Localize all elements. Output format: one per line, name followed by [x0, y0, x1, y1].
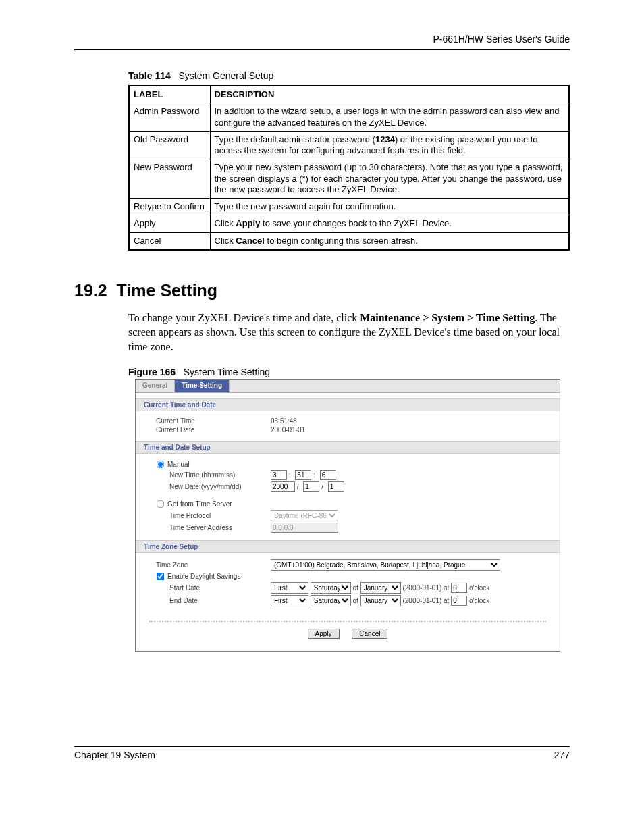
row-label: Retype to Confirm	[129, 199, 210, 215]
footer-page-number: 277	[554, 750, 570, 760]
time-protocol-select[interactable]: Daytime (RFC-867)	[271, 510, 338, 521]
manual-label: Manual	[167, 461, 190, 468]
section-number: 19.2	[74, 281, 107, 300]
page-footer: Chapter 19 System 277	[74, 746, 570, 760]
tz-select[interactable]: (GMT+01:00) Belgrade, Bratislava, Budape…	[271, 559, 500, 571]
current-date-label: Current Date	[136, 426, 271, 434]
row-desc: Type the new password again for confirma…	[210, 199, 569, 215]
start-hour[interactable]	[451, 583, 467, 593]
panel-tz: Time Zone (GMT+01:00) Belgrade, Bratisla…	[136, 553, 560, 614]
new-time-ss[interactable]	[320, 470, 336, 480]
th-label: LABEL	[129, 86, 210, 103]
panel-setup: Manual New Time (hh:mm:ss) : : New Date …	[136, 454, 560, 540]
row-label: Cancel	[129, 232, 210, 250]
table-number: Table 114	[128, 70, 171, 81]
new-time-mm[interactable]	[295, 470, 311, 480]
table-row: Cancel Click Cancel to begin configuring…	[129, 232, 569, 250]
start-ordinal[interactable]: First	[271, 582, 308, 594]
start-date-resolved: (2000-01-01)	[402, 584, 441, 592]
start-date-label: Start Date	[136, 584, 271, 592]
table-row: Apply Click Apply to save your changes b…	[129, 215, 569, 232]
time-server-label: Time Server Address	[136, 524, 271, 531]
footer-rule	[74, 746, 570, 747]
end-date-resolved: (2000-01-01)	[402, 597, 441, 604]
dst-checkbox[interactable]	[157, 572, 165, 580]
row-label: New Password	[129, 159, 210, 199]
table-title: System General Setup	[178, 70, 273, 81]
row-desc: Type your new system password (up to 30 …	[210, 159, 569, 199]
section-body: To change your ZyXEL Device's time and d…	[128, 311, 570, 355]
current-date-value: 2000-01-01	[271, 426, 560, 434]
section-title: Time Setting	[117, 281, 218, 300]
end-date-label: End Date	[136, 597, 271, 604]
table-row: Old Password Type the default administra…	[129, 131, 569, 159]
table-row: New Password Type your new system passwo…	[129, 159, 569, 199]
table-row: Admin Password In addition to the wizard…	[129, 103, 569, 132]
radio-manual[interactable]	[157, 460, 165, 468]
system-general-setup-table: LABEL DESCRIPTION Admin Password In addi…	[128, 85, 570, 251]
end-weekday[interactable]: Saturday	[311, 595, 351, 606]
table-caption: Table 114 System General Setup	[128, 70, 570, 81]
time-setting-screenshot: General Time Setting Current Time and Da…	[135, 379, 560, 652]
apply-button[interactable]: Apply	[308, 629, 340, 639]
tab-time-setting[interactable]: Time Setting	[175, 380, 230, 392]
row-label: Apply	[129, 215, 210, 232]
row-desc: Click Cancel to begin configuring this s…	[210, 232, 569, 250]
section-heading: 19.2 Time Setting	[74, 281, 570, 301]
table-row: Retype to Confirm Type the new password …	[129, 199, 569, 215]
tab-bar: General Time Setting	[136, 380, 560, 393]
button-row: Apply Cancel	[149, 621, 546, 651]
start-weekday[interactable]: Saturday	[311, 582, 351, 594]
row-desc: In addition to the wizard setup, a user …	[210, 103, 569, 132]
band-current: Current Time and Date	[136, 398, 560, 411]
row-desc: Type the default administrator password …	[210, 131, 569, 159]
new-time-label: New Time (hh:mm:ss)	[136, 471, 271, 479]
tab-general[interactable]: General	[136, 380, 175, 392]
end-month[interactable]: January	[360, 595, 401, 606]
new-date-dd[interactable]	[328, 481, 344, 492]
figure-title: System Time Setting	[184, 367, 270, 377]
band-tz: Time Zone Setup	[136, 540, 560, 553]
row-label: Old Password	[129, 131, 210, 159]
new-time-hh[interactable]	[271, 470, 287, 480]
time-server-input[interactable]	[271, 523, 338, 533]
end-hour[interactable]	[451, 596, 467, 606]
current-time-value: 03:51:48	[271, 417, 560, 425]
figure-number: Figure 166	[128, 367, 176, 377]
end-ordinal[interactable]: First	[271, 595, 308, 606]
row-desc: Click Apply to save your changes back to…	[210, 215, 569, 232]
header-rule	[74, 49, 570, 50]
panel-current: Current Time 03:51:48 Current Date 2000-…	[136, 411, 560, 441]
guide-title: P-661H/HW Series User's Guide	[74, 34, 570, 45]
th-description: DESCRIPTION	[210, 86, 569, 103]
footer-chapter: Chapter 19 System	[74, 750, 155, 760]
cancel-button[interactable]: Cancel	[352, 629, 387, 639]
row-label: Admin Password	[129, 103, 210, 132]
dst-label: Enable Daylight Savings	[167, 573, 240, 580]
figure-caption: Figure 166 System Time Setting	[128, 367, 570, 377]
tz-label: Time Zone	[136, 561, 271, 569]
time-protocol-label: Time Protocol	[136, 512, 271, 519]
new-date-yyyy[interactable]	[271, 481, 295, 492]
start-month[interactable]: January	[360, 582, 401, 594]
get-from-server-label: Get from Time Server	[167, 500, 232, 508]
band-setup: Time and Date Setup	[136, 441, 560, 454]
current-time-label: Current Time	[136, 417, 271, 425]
radio-timeserver[interactable]	[157, 500, 165, 508]
new-date-label: New Date (yyyy/mm/dd)	[136, 483, 271, 490]
new-date-mm[interactable]	[303, 481, 319, 492]
